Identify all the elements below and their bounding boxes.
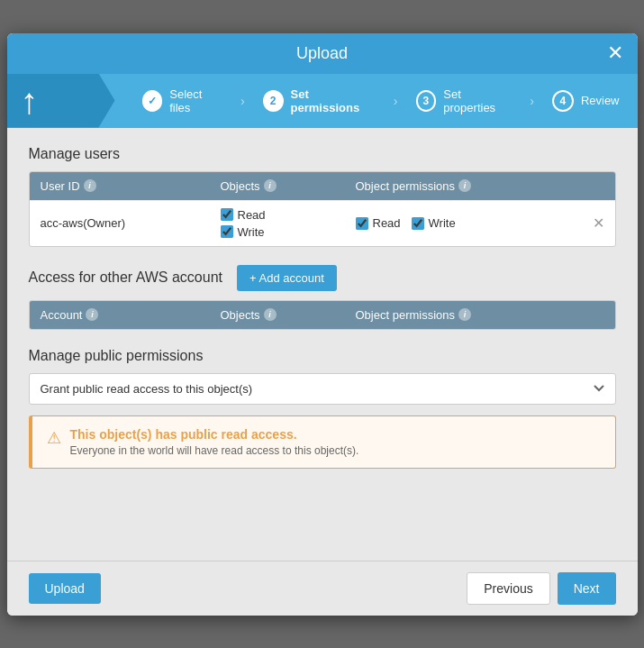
step4-label: Review	[581, 94, 620, 107]
step-divider-1: ›	[240, 94, 245, 108]
perms-write-label[interactable]: Write	[412, 216, 456, 230]
step-divider-3: ›	[530, 94, 534, 108]
step2-label: Set permissions	[291, 87, 376, 114]
modal-title: Upload	[296, 44, 348, 63]
step3-num: 3	[416, 90, 437, 112]
aws-account-title: Access for other AWS account	[29, 269, 223, 286]
objects-info-icon[interactable]: i	[264, 179, 277, 192]
account-info-icon[interactable]: i	[86, 308, 98, 321]
header-objects: Objects i	[221, 179, 356, 193]
manage-users-table: User ID i Objects i Object permissions i…	[29, 171, 616, 247]
header-aws-objects: Objects i	[221, 308, 356, 322]
public-permissions-dropdown[interactable]: Grant public read access to this object(…	[29, 373, 616, 405]
previous-button[interactable]: Previous	[467, 572, 549, 605]
step3-label: Set properties	[443, 87, 512, 114]
objects-read-checkbox[interactable]	[221, 208, 233, 221]
step2-num: 2	[263, 90, 284, 112]
step-set-permissions[interactable]: 2 Set permissions	[263, 87, 376, 114]
perms-read-label[interactable]: Read	[356, 216, 401, 230]
user-id-info-icon[interactable]: i	[84, 179, 96, 192]
permissions-group: Read Write ✕	[356, 214, 604, 232]
footer-right: Previous Next	[467, 572, 615, 605]
perms-write-checkbox[interactable]	[412, 217, 424, 230]
header-account: Account i	[41, 308, 221, 322]
user-id-cell: acc-aws(Owner)	[41, 216, 221, 230]
step4-num: 4	[552, 90, 574, 112]
modal-body: Manage users User ID i Objects i Object …	[7, 128, 638, 561]
step1-num: ✓	[142, 90, 163, 112]
public-permissions-section: Manage public permissions Grant public r…	[29, 348, 616, 469]
users-table-header: User ID i Objects i Object permissions i	[30, 172, 615, 200]
next-button[interactable]: Next	[558, 572, 616, 605]
delete-row-button[interactable]: ✕	[593, 214, 604, 232]
step-review[interactable]: 4 Review	[552, 90, 620, 112]
warning-content: This object(s) has public read access. E…	[70, 427, 359, 457]
upload-arrow-icon: ↑	[21, 80, 39, 121]
header-user-id: User ID i	[41, 179, 221, 193]
objects-read-label[interactable]: Read	[221, 208, 356, 222]
objects-checkboxes: Read Write	[221, 208, 356, 239]
table-row: acc-aws(Owner) Read Write Read	[30, 200, 615, 246]
aws-account-section: Access for other AWS account + Add accou…	[29, 265, 616, 291]
add-account-button[interactable]: + Add account	[237, 265, 337, 291]
steps-container: ✓ Select files › 2 Set permissions › 3 S…	[142, 87, 620, 114]
warning-title: This object(s) has public read access.	[70, 427, 359, 442]
warning-body: Everyone in the world will have read acc…	[70, 444, 359, 457]
step-select-files[interactable]: ✓ Select files	[142, 87, 223, 114]
step-set-properties[interactable]: 3 Set properties	[416, 87, 512, 114]
step-divider-2: ›	[394, 94, 398, 108]
warning-icon: ⚠	[47, 428, 61, 448]
header-object-permissions: Object permissions i	[356, 179, 604, 193]
header-aws-permissions: Object permissions i	[356, 308, 604, 322]
obj-perms-info-icon[interactable]: i	[458, 179, 471, 192]
warning-box: ⚠ This object(s) has public read access.…	[29, 415, 616, 469]
upload-button[interactable]: Upload	[29, 573, 101, 604]
modal-footer: Upload Previous Next	[7, 561, 638, 616]
aws-table-header: Account i Objects i Object permissions i	[30, 301, 615, 329]
steps-bar: ↑ ✓ Select files › 2 Set permissions › 3…	[7, 74, 638, 128]
upload-modal: Upload ✕ ↑ ✓ Select files › 2 Set permis…	[7, 33, 638, 616]
close-button[interactable]: ✕	[607, 43, 623, 63]
aws-objects-info-icon[interactable]: i	[264, 308, 277, 321]
step1-label: Select files	[169, 87, 222, 114]
aws-accounts-table: Account i Objects i Object permissions i	[29, 300, 616, 330]
objects-write-label[interactable]: Write	[221, 225, 356, 239]
public-permissions-title: Manage public permissions	[29, 348, 616, 364]
perms-read-checkbox[interactable]	[356, 217, 368, 230]
aws-perms-info-icon[interactable]: i	[458, 308, 471, 321]
manage-users-title: Manage users	[29, 146, 616, 162]
objects-write-checkbox[interactable]	[221, 225, 233, 238]
modal-header: Upload ✕	[7, 33, 638, 74]
